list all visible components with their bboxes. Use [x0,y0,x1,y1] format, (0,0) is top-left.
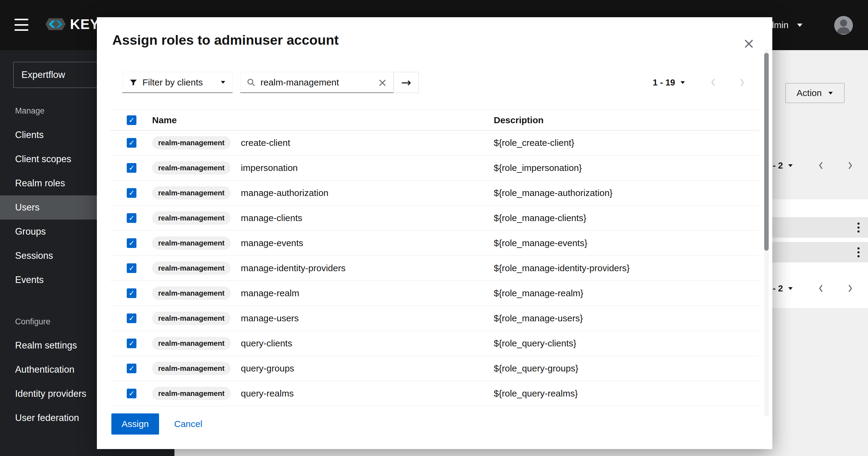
realm-name: Expertflow [22,69,65,80]
chevron-down-icon [788,164,793,167]
search-submit-button[interactable]: → [394,72,419,93]
table-row: ✓ realm-management manage-authorization … [110,180,759,206]
column-header-description: Description [494,115,759,125]
modal-footer: Assign Cancel [112,414,202,434]
table-row: ✓ realm-management manage-identity-provi… [110,256,759,281]
chevron-down-icon [788,287,793,290]
column-header-name: Name [152,115,494,125]
avatar[interactable] [834,16,853,35]
action-dropdown-button[interactable]: Action [785,83,844,103]
role-name: manage-users [241,313,299,323]
table-row: ✓ realm-management query-clients ${role_… [110,331,759,356]
table-row: ✓ realm-management impersonation ${role_… [110,155,759,180]
role-badge: realm-management [152,337,230,350]
row-checkbox[interactable]: ✓ [127,188,136,198]
roles-table: ✓ Name Description ✓ realm-management cr… [110,110,759,406]
role-name: impersonation [241,163,298,173]
pagination-prev-icon[interactable] [814,279,828,298]
role-name: query-groups [241,363,294,374]
clear-search-icon[interactable]: × [378,77,387,88]
filter-label: Filter by clients [143,77,216,88]
chevron-down-icon [221,81,225,84]
cancel-button[interactable]: Cancel [174,419,202,429]
search-input[interactable] [260,77,373,88]
table-row: ✓ realm-management manage-clients ${role… [110,206,759,231]
role-badge: realm-management [152,161,230,175]
role-badge: realm-management [152,136,230,149]
role-name: manage-clients [241,213,302,223]
close-icon[interactable]: × [740,34,758,52]
row-checkbox[interactable]: ✓ [127,288,136,298]
table-row: ✓ realm-management query-realms ${role_q… [110,381,759,406]
pagination-next-icon[interactable] [843,279,857,298]
filter-icon [129,78,137,87]
scrollbar-thumb[interactable] [764,53,769,251]
modal-scrollbar[interactable] [764,50,769,416]
role-name: create-client [241,138,290,148]
assign-roles-modal: Assign roles to adminuser account × Filt… [97,17,772,449]
role-badge: realm-management [152,312,230,325]
role-badge: realm-management [152,261,230,275]
row-checkbox[interactable]: ✓ [127,213,136,223]
table-row: ✓ realm-management manage-events ${role_… [110,231,759,256]
pagination-prev-icon[interactable] [707,73,720,92]
select-all-checkbox[interactable]: ✓ [127,115,136,125]
role-description: ${role_manage-identity-providers} [494,263,759,273]
kebab-menu-icon[interactable] [852,217,864,238]
pagination-range[interactable]: 1 - 19 [653,78,675,88]
role-description: ${role_manage-users} [494,313,759,323]
role-badge: realm-management [152,362,230,375]
role-description: ${role_query-groups} [494,363,759,374]
role-description: ${role_impersonation} [494,163,759,173]
table-row: ✓ realm-management manage-users ${role_m… [110,306,759,331]
role-description: ${role_manage-authorization} [494,188,759,198]
row-checkbox[interactable]: ✓ [127,238,136,248]
role-description: ${role_create-client} [494,138,759,148]
role-search-box: × [240,72,394,93]
row-checkbox[interactable]: ✓ [127,263,136,273]
role-badge: realm-management [152,211,230,225]
role-name: manage-identity-providers [241,263,346,273]
row-checkbox[interactable]: ✓ [127,339,136,348]
modal-title: Assign roles to adminuser account [112,32,339,48]
chevron-down-icon [828,92,832,94]
row-checkbox[interactable]: ✓ [127,138,136,148]
table-row: ✓ realm-management manage-realm ${role_m… [110,281,759,306]
role-badge: realm-management [152,236,230,250]
role-description: ${role_query-clients} [494,338,759,348]
row-checkbox[interactable]: ✓ [127,389,136,398]
table-row: ✓ realm-management create-client ${role_… [110,131,759,155]
kebab-menu-icon[interactable] [852,242,864,262]
search-icon [247,78,256,87]
row-checkbox[interactable]: ✓ [127,313,136,323]
role-badge: realm-management [152,186,230,200]
role-name: query-realms [241,388,294,399]
role-description: ${role_query-realms} [494,388,759,399]
role-name: query-clients [241,338,292,348]
pagination-next-icon[interactable] [843,156,857,175]
role-description: ${role_manage-realm} [494,288,759,298]
role-badge: realm-management [152,387,230,400]
chevron-down-icon [797,24,803,27]
assign-button[interactable]: Assign [112,414,159,434]
role-description: ${role_manage-events} [494,238,759,248]
filter-by-clients-dropdown[interactable]: Filter by clients [122,72,233,93]
chevron-down-icon [681,81,685,84]
row-checkbox[interactable]: ✓ [127,163,136,173]
role-name: manage-events [241,238,303,248]
keycloak-logo-icon [45,13,66,35]
pagination-next-icon[interactable] [736,73,749,92]
modal-pagination: 1 - 19 [653,72,749,93]
table-row: ✓ realm-management query-groups ${role_q… [110,356,759,381]
roles-table-body: ✓ realm-management create-client ${role_… [110,131,759,406]
table-header-row: ✓ Name Description [110,110,759,131]
pagination-prev-icon[interactable] [814,156,828,175]
role-name: manage-realm [241,288,299,298]
row-checkbox[interactable]: ✓ [127,364,136,373]
nav-toggle-icon[interactable] [14,19,28,31]
role-name: manage-authorization [241,188,329,198]
role-badge: realm-management [152,287,230,300]
modal-toolbar: Filter by clients × → 1 - 19 [97,72,772,93]
user-avatar-icon [834,16,853,35]
role-description: ${role_manage-clients} [494,213,759,223]
